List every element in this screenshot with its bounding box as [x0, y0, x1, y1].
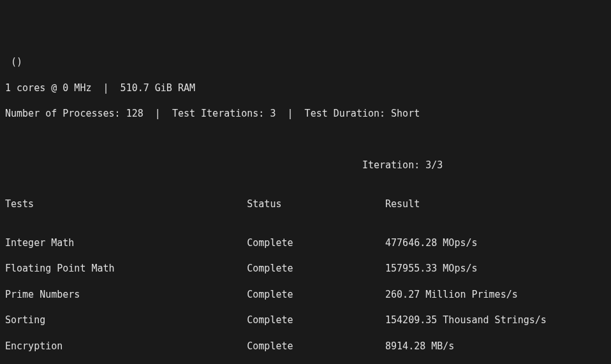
table-row: Integer MathComplete477646.28 MOps/s — [5, 237, 606, 249]
test-name: Floating Point Math — [5, 262, 247, 275]
sysinfo-config: Number of Processes: 128 | Test Iteratio… — [5, 107, 606, 120]
test-status: Complete — [247, 314, 385, 326]
test-status: Complete — [247, 237, 385, 249]
test-status: Complete — [247, 340, 385, 353]
col-tests-header: Tests — [5, 198, 247, 210]
test-name: Prime Numbers — [5, 288, 247, 301]
test-name: Sorting — [5, 314, 247, 326]
test-name: Encryption — [5, 340, 247, 353]
table-row: Prime NumbersComplete260.27 Million Prim… — [5, 288, 606, 301]
test-result: 8914.28 MB/s — [385, 340, 606, 353]
test-status: Complete — [247, 262, 385, 275]
table-header-row: Tests Status Result — [5, 198, 606, 210]
test-result: 154209.35 Thousand Strings/s — [385, 314, 606, 326]
test-status: Complete — [247, 288, 385, 301]
table-row: SortingComplete154209.35 Thousand String… — [5, 314, 606, 326]
blank — [5, 133, 606, 146]
col-status-header: Status — [247, 198, 385, 210]
col-result-header: Result — [385, 198, 606, 210]
test-name: Integer Math — [5, 237, 247, 249]
sysinfo-line0: () — [5, 55, 606, 68]
table-row: Floating Point MathComplete157955.33 MOp… — [5, 262, 606, 275]
table-row: EncryptionComplete8914.28 MB/s — [5, 340, 606, 353]
test-result: 157955.33 MOps/s — [385, 262, 606, 275]
test-result: 477646.28 MOps/s — [385, 237, 606, 249]
sysinfo-cores-ram: 1 cores @ 0 MHz | 510.7 GiB RAM — [5, 82, 606, 94]
test-result: 260.27 Million Primes/s — [385, 288, 606, 301]
iteration-counter: Iteration: 3/3 — [5, 159, 606, 171]
